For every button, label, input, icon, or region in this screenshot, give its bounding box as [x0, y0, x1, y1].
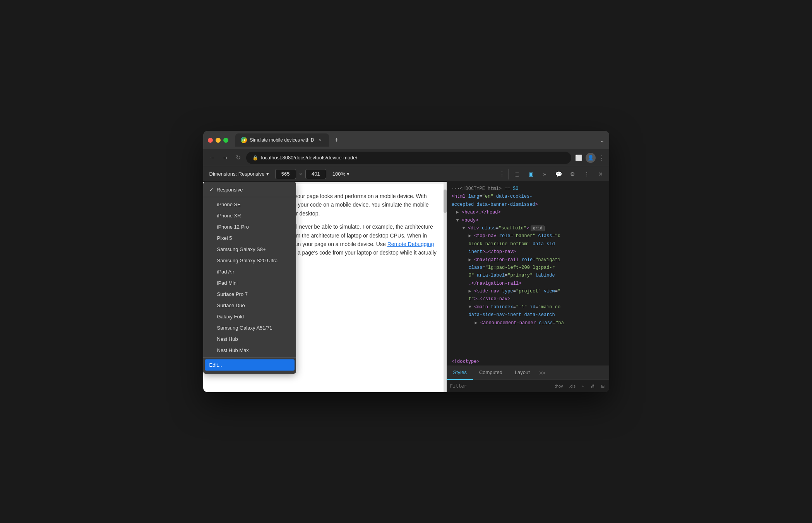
tree-line-doctype: ···<!DOCTYPE html> == $0 [447, 185, 609, 193]
dropdown-item-nest-hub-max[interactable]: Nest Hub Max [203, 345, 296, 356]
dropdown-item-galaxy-fold[interactable]: Galaxy Fold [203, 311, 296, 322]
doctype-line: <!doctype> [447, 357, 609, 366]
close-devtools-icon[interactable]: ✕ [595, 169, 606, 179]
dropdown-item-samsung-s8[interactable]: Samsung Galaxy S8+ [203, 244, 296, 255]
computed-tab[interactable]: Computed [473, 366, 509, 380]
dropdown-label-samsung-s20: Samsung Galaxy S20 Ultra [217, 258, 278, 263]
new-tab-button[interactable]: + [331, 135, 342, 145]
device-mode-icon[interactable]: ▣ [526, 169, 536, 179]
sidenav-arrow[interactable]: ▶ [469, 289, 474, 294]
tree-line-main[interactable]: ▼ <main tabindex="-1" id="main-co [447, 303, 609, 311]
dropdown-item-ipad-mini[interactable]: iPad Mini [203, 277, 296, 289]
dropdown-separator-1 [203, 197, 296, 197]
cls-filter-button[interactable]: .cls [568, 383, 577, 389]
dropdown-item-iphone-xr[interactable]: iPhone XR [203, 210, 296, 221]
dropdown-item-ipad-air[interactable]: iPad Air [203, 266, 296, 277]
url-text: localhost:8080/docs/devtools/device-mode… [261, 155, 358, 161]
tab-favicon: G [241, 137, 247, 143]
tab-title: Simulate mobile devices with D [250, 137, 314, 143]
dropdown-item-samsung-s20[interactable]: Samsung Galaxy S20 Ultra [203, 255, 296, 266]
tree-line-announcement[interactable]: ▶ <announcement-banner class="ha [447, 319, 609, 327]
dropdown-label-surface-duo: Surface Duo [217, 303, 245, 308]
zoom-label: 100% [332, 171, 345, 177]
styles-tab[interactable]: Styles [447, 366, 473, 380]
tab-close-button[interactable]: × [317, 137, 324, 143]
tree-line-sidenav2: t">…</side-nav> [447, 295, 609, 303]
filter-bar: :hov .cls + 🖨 ⊞ [447, 380, 609, 392]
dimensions-selector[interactable]: Dimensions: Responsive ▾ [206, 169, 272, 178]
tree-line-navrail[interactable]: ▶ <navigation-rail role="navigati [447, 256, 609, 264]
dropdown-label-iphone-se: iPhone SE [217, 202, 241, 207]
filter-input[interactable] [450, 383, 550, 389]
forward-button[interactable]: → [221, 153, 230, 163]
dropdown-label-edit: Edit... [209, 362, 222, 368]
dropdown-item-nest-hub[interactable]: Nest Hub [203, 333, 296, 345]
active-tab[interactable]: G Simulate mobile devices with D × [235, 133, 329, 147]
dropdown-item-iphone-12-pro[interactable]: iPhone 12 Pro [203, 221, 296, 232]
main-arrow[interactable]: ▼ [469, 304, 474, 310]
tree-line-sidenav[interactable]: ▶ <side-nav type="project" view=" [447, 287, 609, 295]
layout-tab[interactable]: Layout [509, 366, 536, 380]
tree-line-topnav[interactable]: ▶ <top-nav role="banner" class="d [447, 232, 609, 240]
address-input[interactable]: 🔒 localhost:8080/docs/devtools/device-mo… [246, 152, 571, 164]
dropdown-item-surface-pro[interactable]: Surface Pro 7 [203, 289, 296, 300]
dropdown-label-samsung-s8: Samsung Galaxy S8+ [217, 246, 266, 252]
tab-strip-icon[interactable]: ⬜ [575, 154, 582, 161]
profile-button[interactable]: 👤 [586, 153, 596, 163]
console-icon[interactable]: 💬 [553, 169, 564, 179]
dimensions-arrow-icon: ▾ [266, 171, 269, 177]
inspect-element-icon[interactable]: ⬚ [512, 169, 522, 179]
maximize-button[interactable] [223, 138, 228, 143]
dropdown-label-ipad-air: iPad Air [217, 269, 235, 275]
zoom-selector[interactable]: 100% ▾ [329, 169, 353, 178]
height-input[interactable] [305, 169, 326, 179]
dropdown-item-iphone-se[interactable]: iPhone SE [203, 199, 296, 210]
browser-window: G Simulate mobile devices with D × + ⌄ ←… [203, 131, 609, 392]
page-area: a first-order approximation of how your … [203, 182, 447, 392]
settings-icon[interactable]: ⚙ [567, 169, 578, 179]
dropdown-item-samsung-a51[interactable]: Samsung Galaxy A51/71 [203, 322, 296, 333]
page-scrollbar[interactable] [444, 182, 447, 392]
title-bar-right: ⌄ [600, 137, 605, 144]
navrail-arrow[interactable]: ▶ [469, 257, 474, 263]
print-style-icon[interactable]: 🖨 [589, 383, 596, 389]
title-bar: G Simulate mobile devices with D × + ⌄ [203, 131, 609, 149]
more-panels-icon[interactable]: » [540, 169, 550, 179]
traffic-lights [208, 138, 228, 143]
devtools-more-icon[interactable]: ⋮ [499, 170, 505, 178]
dropdown-label-nest-hub: Nest Hub [217, 336, 238, 342]
head-arrow[interactable]: ▶ [456, 210, 462, 215]
dropdown-item-surface-duo[interactable]: Surface Duo [203, 300, 296, 311]
dropdown-item-pixel-5[interactable]: Pixel 5 [203, 232, 296, 244]
browser-menu-button[interactable]: ⋮ [599, 154, 605, 161]
remote-debugging-link[interactable]: Remote Debugging [387, 241, 434, 247]
devtools-menu-icon[interactable]: ⋮ [581, 169, 592, 179]
hov-filter-button[interactable]: :hov [553, 383, 565, 389]
refresh-button[interactable]: ↻ [234, 152, 242, 163]
tree-line-navrail3: 0" aria-label="primary" tabinde [447, 272, 609, 279]
tree-line-head[interactable]: ▶ <head>…</head> [447, 209, 609, 216]
dropdown-item-edit[interactable]: Edit... [205, 359, 295, 371]
announcement-arrow[interactable]: ▶ [475, 320, 480, 326]
scroll-thumb[interactable] [444, 190, 447, 213]
body-arrow[interactable]: ▼ [456, 218, 462, 223]
tree-line-body[interactable]: ▼ <body> [447, 217, 609, 224]
dom-equals: == [504, 186, 513, 191]
width-input[interactable] [275, 169, 296, 179]
close-button[interactable] [208, 138, 213, 143]
add-style-button[interactable]: + [580, 383, 586, 389]
toggle-sidebar-icon[interactable]: ⊞ [600, 383, 606, 390]
more-tabs-icon[interactable]: >> [536, 370, 548, 376]
lock-icon: 🔒 [252, 155, 258, 161]
address-bar-right: ⬜ 👤 ⋮ [575, 153, 605, 163]
profile-icon: 👤 [588, 155, 594, 161]
dropdown-item-responsive[interactable]: ✓ Responsive [203, 184, 296, 195]
main-content: a first-order approximation of how your … [203, 182, 609, 392]
scaffold-arrow[interactable]: ▼ [463, 226, 468, 231]
topnav-arrow[interactable]: ▶ [469, 233, 474, 239]
back-button[interactable]: ← [208, 153, 217, 163]
dropdown-label-galaxy-fold: Galaxy Fold [217, 314, 244, 320]
address-bar: ← → ↻ 🔒 localhost:8080/docs/devtools/dev… [203, 149, 609, 166]
minimize-button[interactable] [216, 138, 221, 143]
devtools-right-panel-icons: ⬚ ▣ » 💬 ⚙ ⋮ ✕ [508, 169, 606, 179]
